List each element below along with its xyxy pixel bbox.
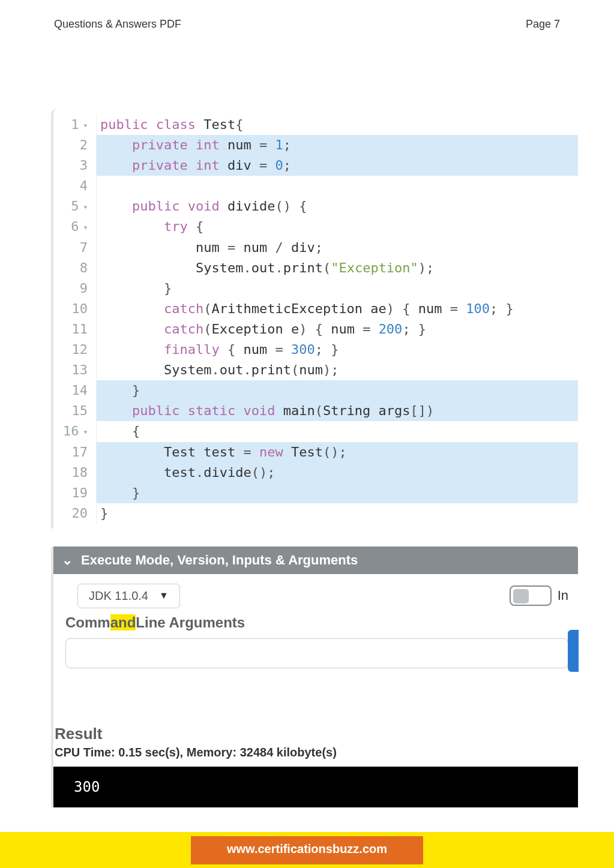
result-title: Result [53, 725, 578, 743]
line-number: 19 [53, 483, 97, 503]
line-number: 3 [53, 155, 97, 176]
code-line[interactable]: 9 } [53, 278, 578, 299]
code-line[interactable]: 19 } [53, 483, 578, 503]
cmd-label-and: and [110, 614, 136, 630]
line-number: 6 [53, 217, 97, 237]
chevron-down-icon: ▼ [159, 590, 169, 601]
line-number: 5 [53, 196, 97, 217]
code-source: finally { num = 300; } [97, 340, 578, 360]
code-line[interactable]: 3 private int div = 0; [53, 155, 578, 176]
code-source: catch(ArithmeticException ae) { num = 10… [97, 299, 578, 319]
code-source: public void divide() { [97, 196, 578, 217]
code-line[interactable]: 8 System.out.print("Exception"); [53, 258, 578, 278]
result-meta: CPU Time: 0.15 sec(s), Memory: 32484 kil… [53, 743, 578, 764]
cmd-label-pre: Comm [65, 614, 110, 630]
line-number: 15 [53, 401, 97, 421]
result-block: Result CPU Time: 0.15 sec(s), Memory: 32… [51, 725, 578, 807]
code-source: private int num = 1; [97, 135, 578, 155]
code-source: public static void main(String args[]) [97, 401, 578, 421]
line-number: 8 [53, 258, 97, 278]
line-number: 1 [53, 115, 97, 135]
code-source: { [97, 421, 578, 441]
header-left: Questions & Answers PDF [54, 18, 181, 31]
code-source: private int div = 0; [97, 155, 578, 176]
code-source: System.out.print("Exception"); [97, 258, 578, 278]
line-number: 14 [53, 380, 97, 401]
code-source: public class Test{ [97, 115, 578, 135]
line-number: 9 [53, 278, 97, 299]
code-source [97, 176, 578, 196]
code-editor[interactable]: 1public class Test{2 private int num = 1… [51, 109, 578, 528]
footer-url: www.certificationsbuzz.com [191, 836, 423, 864]
interactive-toggle[interactable] [510, 585, 552, 606]
line-number: 12 [53, 340, 97, 360]
code-line[interactable]: 11 catch(Exception e) { num = 200; } [53, 319, 578, 340]
commandline-input[interactable] [65, 638, 568, 668]
line-number: 7 [53, 238, 97, 258]
code-source: } [97, 503, 578, 524]
controls-row: JDK 11.0.4 ▼ In [51, 574, 578, 611]
chevron-down-icon: ⌄ [62, 552, 73, 568]
code-line[interactable]: 16 { [53, 421, 578, 441]
code-line[interactable]: 4 [53, 176, 578, 196]
code-source: Test test = new Test(); [97, 442, 578, 462]
main-content: 1public class Test{2 private int num = 1… [0, 31, 614, 807]
line-number: 16 [53, 421, 97, 441]
code-source: } [97, 483, 578, 503]
jdk-selected-label: JDK 11.0.4 [89, 589, 148, 603]
code-source: System.out.print(num); [97, 360, 578, 380]
code-line[interactable]: 15 public static void main(String args[]… [53, 401, 578, 421]
line-number: 20 [53, 503, 97, 524]
line-number: 11 [53, 319, 97, 340]
commandline-input-wrap [51, 635, 578, 689]
header-right: Page 7 [526, 18, 560, 31]
section-title: Execute Mode, Version, Inputs & Argument… [81, 552, 358, 568]
code-line[interactable]: 1public class Test{ [53, 115, 578, 135]
side-tab[interactable] [568, 630, 579, 672]
code-source: } [97, 380, 578, 401]
code-line[interactable]: 10 catch(ArithmeticException ae) { num =… [53, 299, 578, 319]
interactive-toggle-wrap: In [510, 585, 568, 606]
line-number: 2 [53, 135, 97, 155]
code-line[interactable]: 7 num = num / div; [53, 238, 578, 258]
code-line[interactable]: 13 System.out.print(num); [53, 360, 578, 380]
code-line[interactable]: 5 public void divide() { [53, 196, 578, 217]
line-number: 4 [53, 176, 97, 196]
code-source: try { [97, 217, 578, 237]
console-line: 300 [74, 779, 100, 795]
code-line[interactable]: 6 try { [53, 217, 578, 237]
code-line[interactable]: 2 private int num = 1; [53, 135, 578, 155]
console-output: 300 [53, 767, 578, 807]
line-number: 10 [53, 299, 97, 319]
code-line[interactable]: 17 Test test = new Test(); [53, 442, 578, 462]
code-line[interactable]: 20} [53, 503, 578, 524]
cmd-label-post: Line Arguments [136, 614, 245, 630]
code-source: test.divide(); [97, 462, 578, 483]
code-line[interactable]: 14 } [53, 380, 578, 401]
code-line[interactable]: 12 finally { num = 300; } [53, 340, 578, 360]
footer: www.certificationsbuzz.com [0, 832, 614, 868]
line-number: 13 [53, 360, 97, 380]
line-number: 18 [53, 462, 97, 483]
code-source: } [97, 278, 578, 299]
code-source: catch(Exception e) { num = 200; } [97, 319, 578, 340]
jdk-version-select[interactable]: JDK 11.0.4 ▼ [77, 584, 180, 608]
line-number: 17 [53, 442, 97, 462]
code-line[interactable]: 18 test.divide(); [53, 462, 578, 483]
code-source: num = num / div; [97, 238, 578, 258]
execute-mode-section-header[interactable]: ⌄ Execute Mode, Version, Inputs & Argume… [51, 546, 578, 574]
commandline-label: CommandLine Arguments [51, 611, 578, 635]
page-header: Questions & Answers PDF Page 7 [0, 0, 614, 31]
interactive-toggle-label: In [558, 588, 568, 603]
